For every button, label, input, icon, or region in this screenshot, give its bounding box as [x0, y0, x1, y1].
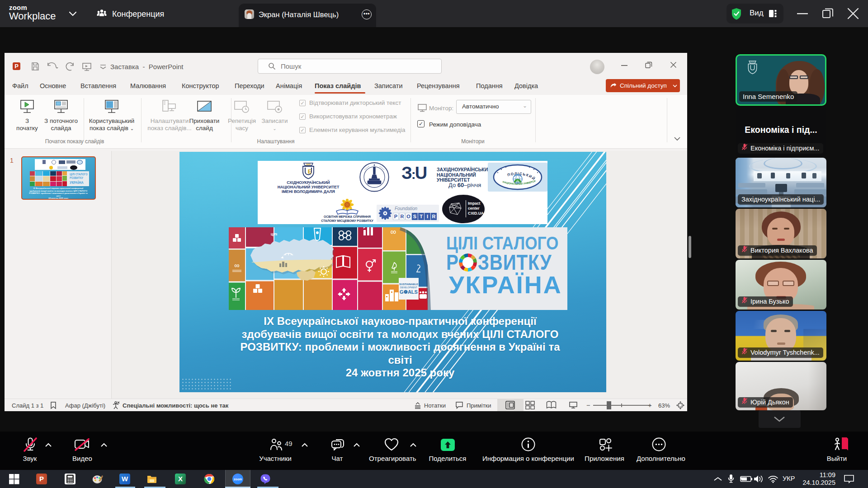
svg-text:∞: ∞ — [234, 262, 239, 269]
svg-text:zoom: zoom — [234, 478, 242, 481]
svg-text:• • • • •: • • • • • — [372, 190, 377, 192]
svg-text:DEVELOPMENT: DEVELOPMENT — [400, 286, 417, 289]
svg-text:SUSTAINABLE: SUSTAINABLE — [399, 283, 418, 286]
svg-text:E: E — [308, 168, 312, 175]
svg-text:∞: ∞ — [391, 227, 396, 236]
svg-text:1920: 1920 — [306, 164, 311, 166]
svg-text:G❁ALS: G❁ALS — [400, 289, 418, 295]
svg-text:ЦІЛІ: ЦІЛІ — [271, 233, 277, 236]
